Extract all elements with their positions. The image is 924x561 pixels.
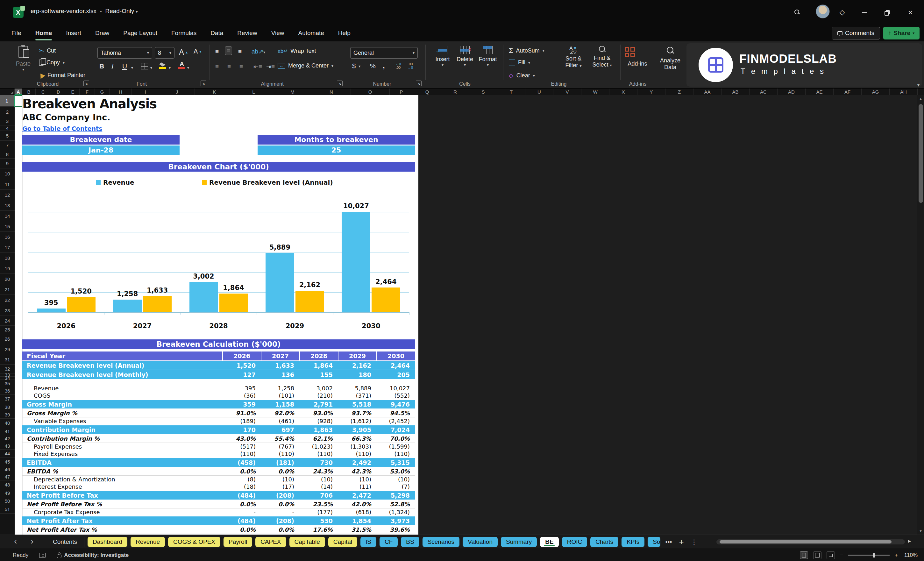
cell-net-profit-before-tax-2028[interactable]: 23.5%: [299, 501, 338, 507]
cell-revenue-breakeven-level-monthly-2030[interactable]: 205: [376, 371, 415, 378]
row-header-39[interactable]: 39: [0, 411, 15, 418]
zoom-out-button[interactable]: −: [840, 552, 843, 558]
analyze-data-button[interactable]: Analyze Data: [657, 47, 684, 70]
column-header-u[interactable]: U: [525, 88, 554, 95]
column-header-q[interactable]: Q: [413, 88, 441, 95]
close-button[interactable]: ×: [903, 5, 918, 20]
font-name-select[interactable]: Tahoma▾: [98, 47, 152, 58]
cell-interest-expense-2026[interactable]: (18): [222, 483, 261, 490]
column-header-l[interactable]: L: [234, 88, 273, 95]
copy-button[interactable]: Copy ▾: [39, 59, 64, 66]
row-header-22[interactable]: 22: [0, 295, 15, 305]
row-header-5[interactable]: 5: [0, 131, 15, 141]
row-header-9[interactable]: 9: [0, 159, 15, 168]
cell-ebitda-2027[interactable]: (181): [261, 459, 299, 466]
column-header-f[interactable]: F: [80, 88, 95, 95]
scroll-down-icon[interactable]: ▾: [917, 528, 924, 535]
cell-gross-margin-2028[interactable]: 2,791: [299, 401, 338, 408]
cell-gross-margin-2030[interactable]: 9,476: [376, 401, 415, 408]
row-header-4[interactable]: 4: [0, 126, 15, 131]
cell-revenue-breakeven-level-annual-2029[interactable]: 2,162: [338, 362, 376, 369]
column-header-ah[interactable]: AH: [890, 88, 918, 95]
sheet-tab-so[interactable]: So: [648, 537, 660, 547]
cell-ebitda-2026[interactable]: 0.0%: [222, 468, 261, 475]
sort-filter-button[interactable]: A▼Z▽ Sort & Filter ▾: [560, 46, 587, 69]
cell-cogs-2030[interactable]: (552): [376, 392, 415, 399]
cell-contribution-margin-2030[interactable]: 7,024: [376, 426, 415, 434]
cell-gross-margin-2029[interactable]: 93.7%: [338, 410, 376, 417]
column-header-ad[interactable]: AD: [777, 88, 806, 95]
cell-contribution-margin-2026[interactable]: 170: [222, 426, 261, 434]
cell-net-profit-before-tax-2026[interactable]: 0.0%: [222, 501, 261, 507]
sheet-tab-payroll[interactable]: Payroll: [224, 537, 252, 547]
row-header-11[interactable]: 11: [0, 179, 15, 190]
number-format-select[interactable]: General▾: [350, 47, 418, 58]
sheet-tab-dashboard[interactable]: Dashboard: [87, 537, 128, 547]
row-header-45[interactable]: 45: [0, 458, 15, 466]
column-header-ac[interactable]: AC: [750, 88, 777, 95]
row-header-3[interactable]: 3: [0, 117, 15, 126]
cell-gross-margin-2026[interactable]: 359: [222, 401, 261, 408]
orientation-button[interactable]: ab↗▾: [252, 48, 265, 54]
row-header-7[interactable]: 7: [0, 141, 15, 150]
cell-cogs-2028[interactable]: (210): [299, 392, 338, 399]
row-label[interactable]: Contribution Margin %: [22, 435, 222, 442]
menu-tab-formulas[interactable]: Formulas: [171, 28, 197, 38]
cell-net-profit-after-tax-2029[interactable]: 31.5%: [338, 526, 376, 533]
row-header-20[interactable]: 20: [0, 274, 15, 284]
wrap-text-button[interactable]: ab↵ Wrap Text: [278, 48, 316, 54]
row-header-15[interactable]: 15: [0, 221, 15, 232]
sheet-options-menu[interactable]: ⋮: [689, 538, 699, 546]
clipboard-dialog-launcher[interactable]: ↘: [83, 81, 89, 86]
cell-net-profit-after-tax-2026[interactable]: 0.0%: [222, 526, 261, 533]
horizontal-scroll-thumb[interactable]: [720, 540, 891, 543]
cell-cogs-2029[interactable]: (371): [338, 392, 376, 399]
cell-fixed-expenses-2028[interactable]: (110): [299, 450, 338, 457]
cell-revenue-breakeven-level-monthly-2027[interactable]: 136: [261, 371, 299, 378]
cell-net-profit-after-tax-2028[interactable]: 530: [299, 518, 338, 524]
sheet-tab-charts[interactable]: Charts: [590, 537, 618, 547]
cell-contribution-margin-2029[interactable]: 66.3%: [338, 435, 376, 442]
year-header-2026[interactable]: 2026: [222, 351, 261, 360]
cell-ebitda-2028[interactable]: 24.3%: [299, 468, 338, 475]
column-header-m[interactable]: M: [273, 88, 312, 95]
cell-corporate-tax-expense-2026[interactable]: -: [222, 509, 261, 516]
cell-net-profit-before-tax-2026[interactable]: (484): [222, 492, 261, 499]
cell-net-profit-before-tax-2027[interactable]: (208): [261, 492, 299, 499]
increase-indent-button[interactable]: ⇥≡: [266, 64, 275, 70]
align-middle-button[interactable]: ≡: [225, 46, 232, 55]
comments-button[interactable]: Comments: [832, 27, 880, 39]
cell-net-profit-before-tax-2028[interactable]: 706: [299, 492, 338, 499]
decrease-decimal-button[interactable]: .00→0: [408, 62, 413, 69]
row-header-34[interactable]: 34: [0, 376, 15, 380]
column-header-n[interactable]: N: [312, 88, 351, 95]
paste-button[interactable]: Paste ▾: [12, 46, 35, 72]
font-size-select[interactable]: 8▾: [155, 47, 174, 58]
minimize-button[interactable]: ─: [857, 5, 872, 20]
menu-tab-page-layout[interactable]: Page Layout: [123, 28, 158, 38]
menu-tab-help[interactable]: Help: [338, 28, 351, 38]
format-painter-button[interactable]: Format Painter: [39, 72, 86, 79]
cell-net-profit-after-tax-2027[interactable]: 0.0%: [261, 526, 299, 533]
column-header-ag[interactable]: AG: [862, 88, 890, 95]
cell-contribution-margin-2027[interactable]: 55.4%: [261, 435, 299, 442]
cell-revenue-breakeven-level-monthly-2029[interactable]: 180: [338, 371, 376, 378]
find-select-button[interactable]: Find & Select ▾: [588, 46, 616, 68]
row-label[interactable]: Net Profit Before Tax: [22, 492, 222, 499]
select-all-corner[interactable]: [0, 88, 15, 95]
column-header-j[interactable]: J: [159, 88, 195, 95]
cell-payroll-expenses-2030[interactable]: (1,599): [376, 443, 415, 450]
cell-cogs-2026[interactable]: (36): [222, 392, 261, 399]
cell-contribution-margin-2029[interactable]: 3,905: [338, 426, 376, 434]
cell-variable-expenses-2028[interactable]: (928): [299, 418, 338, 424]
column-header-a[interactable]: A: [15, 88, 22, 95]
align-top-button[interactable]: ≡: [215, 48, 219, 54]
cell-variable-expenses-2030[interactable]: (2,452): [376, 418, 415, 424]
cell-depreciation-amortization-2030[interactable]: (10): [376, 476, 415, 483]
file-name[interactable]: erp-software-vendor.xlsx - Read-Only ▾: [31, 8, 138, 15]
cell-ebitda-2030[interactable]: 53.0%: [376, 468, 415, 475]
cell-net-profit-after-tax-2028[interactable]: 17.6%: [299, 526, 338, 533]
column-header-w[interactable]: W: [581, 88, 609, 95]
increase-decimal-button[interactable]: ←0.00: [396, 62, 401, 69]
sheet-tab-cf[interactable]: CF: [380, 537, 398, 547]
